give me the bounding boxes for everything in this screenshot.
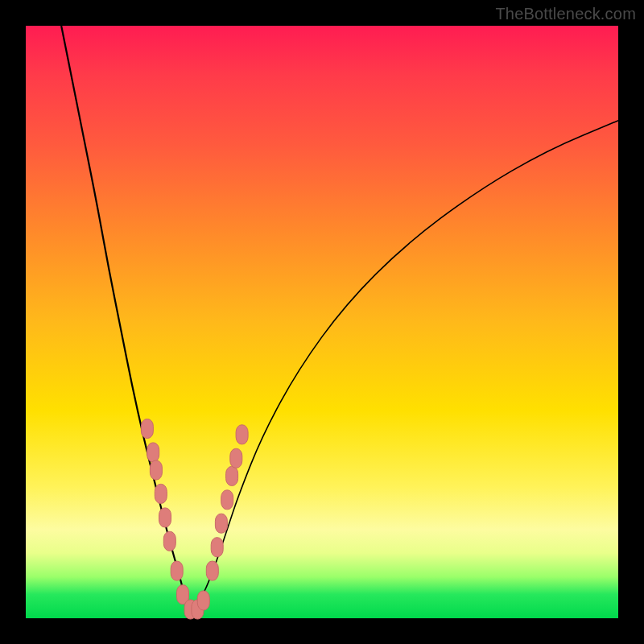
marker: [159, 508, 171, 527]
marker: [141, 419, 153, 439]
marker: [206, 561, 218, 580]
marker: [236, 425, 248, 444]
marker: [197, 591, 209, 610]
marker: [230, 448, 242, 468]
plot-area: [26, 26, 618, 618]
marker: [171, 561, 183, 580]
marker: [163, 531, 175, 551]
watermark-text: TheBottleneck.com: [495, 5, 636, 23]
v-curve-right: [192, 121, 618, 613]
marker: [211, 538, 223, 557]
curve-layer: [61, 26, 618, 613]
chart-frame: TheBottleneck.com: [0, 0, 644, 644]
marker: [155, 484, 167, 503]
marker: [147, 443, 159, 462]
v-curve-left: [61, 26, 192, 613]
marker: [215, 514, 227, 533]
marker: [226, 466, 238, 485]
marker: [221, 490, 233, 510]
marker: [150, 460, 162, 480]
chart-svg: [26, 26, 618, 618]
marker-layer: [141, 419, 248, 620]
